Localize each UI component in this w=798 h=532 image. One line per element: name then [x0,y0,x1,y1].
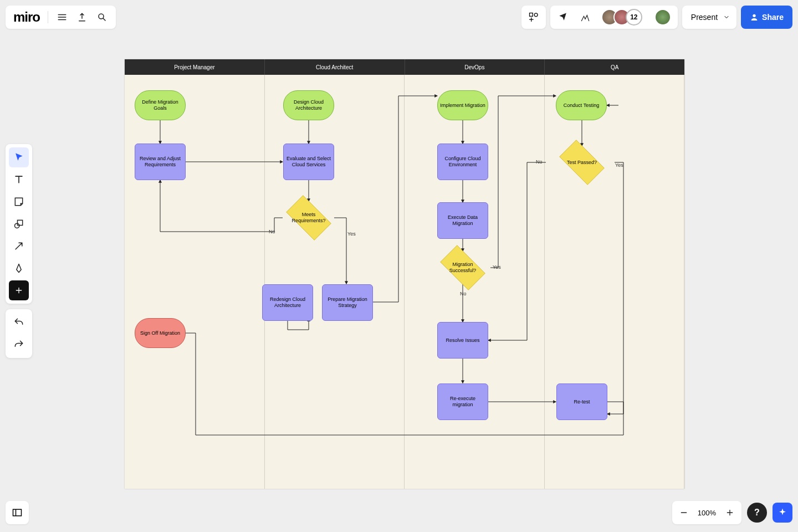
node-prepare[interactable]: Prepare Migration Strategy [322,284,373,321]
collaborators[interactable]: 12 [601,9,642,25]
divider [48,11,48,23]
edge-label-yes: Yes [493,264,501,270]
edge-label-yes: Yes [615,162,623,168]
node-define-goals[interactable]: Define Migration Goals [135,90,186,120]
lane-header[interactable]: DevOps [405,59,545,75]
node-conduct-testing[interactable]: Conduct Testing [556,90,607,120]
collab-panel: 12 [550,6,678,29]
help-button[interactable]: ? [747,503,767,523]
zoom-controls: 100% [672,501,741,524]
top-left-panel: miro [6,6,116,29]
cursor-icon[interactable] [557,11,569,23]
node-execute[interactable]: Execute Data Migration [437,202,488,239]
swimlane-header: Project Manager Cloud Architect DevOps Q… [125,59,684,75]
node-reexecute[interactable]: Re-execute migration [437,383,488,420]
node-meets-req[interactable]: Meets Requirements? [281,201,336,234]
select-tool[interactable] [9,147,29,167]
lane-header[interactable]: Project Manager [125,59,265,75]
history-group [6,309,32,358]
menu-icon[interactable] [56,11,68,23]
reactions-icon[interactable] [579,11,591,23]
node-redesign[interactable]: Redesign Cloud Architecture [262,284,313,321]
arrow-tool[interactable] [9,236,29,256]
edge-label-yes: Yes [347,231,356,237]
edge-label-no: No [460,291,467,296]
more-tools[interactable] [9,280,29,300]
avatar-count: 12 [626,9,642,25]
text-tool[interactable] [9,170,29,190]
zoom-in-button[interactable] [724,507,736,519]
pen-tool[interactable] [9,258,29,278]
lane-header[interactable]: QA [545,59,684,75]
tools-group [6,144,32,304]
miro-logo[interactable]: miro [13,9,40,25]
node-implement[interactable]: Implement Migration [437,90,488,120]
left-toolbar [6,144,32,358]
apps-button[interactable] [521,6,546,29]
node-design-arch[interactable]: Design Cloud Architecture [283,90,334,120]
node-configure[interactable]: Configure Cloud Environment [437,144,488,180]
present-button[interactable]: Present [682,6,736,29]
svg-point-5 [15,223,19,228]
node-mig-success[interactable]: Migration Successful? [435,251,490,284]
share-label: Share [762,13,784,22]
bottom-right-panel: 100% ? [672,501,792,524]
edge-label-no: No [269,229,275,234]
node-resolve[interactable]: Resolve Issues [437,322,488,359]
lanes-body: Define Migration Goals Review and Adjust… [125,75,684,489]
ai-button[interactable] [773,503,792,523]
search-icon[interactable] [96,11,108,23]
export-icon[interactable] [76,11,88,23]
lane-pm [125,75,265,489]
user-avatar[interactable] [654,9,671,25]
board-canvas[interactable]: Project Manager Cloud Architect DevOps Q… [125,59,684,489]
svg-point-0 [99,14,104,19]
node-review-req[interactable]: Review and Adjust Requirements [135,144,186,180]
svg-point-3 [753,14,755,17]
present-label: Present [691,13,718,22]
lane-header[interactable]: Cloud Architect [265,59,405,75]
share-button[interactable]: Share [741,6,792,29]
svg-rect-1 [529,13,533,17]
edge-label-no: No [536,159,543,165]
chevron-down-icon [723,14,730,21]
undo-button[interactable] [9,313,29,332]
zoom-level[interactable]: 100% [698,509,716,517]
svg-rect-4 [18,220,23,225]
node-retest[interactable]: Re-test [556,383,607,420]
shapes-tool[interactable] [9,214,29,234]
redo-button[interactable] [9,335,29,355]
lane-qa [545,75,685,489]
node-signoff[interactable]: Sign Off Migration [135,318,186,348]
sticky-note-tool[interactable] [9,192,29,212]
node-evaluate[interactable]: Evaluate and Select Cloud Services [283,144,334,180]
svg-point-2 [534,13,538,17]
node-test-passed[interactable]: Test Passed? [554,146,610,179]
frames-panel-button[interactable] [6,501,29,524]
svg-rect-6 [13,509,22,516]
top-right-panel: 12 Present Share [521,6,792,29]
lane-architect [265,75,405,489]
zoom-out-button[interactable] [678,507,690,519]
share-user-icon [750,13,759,22]
